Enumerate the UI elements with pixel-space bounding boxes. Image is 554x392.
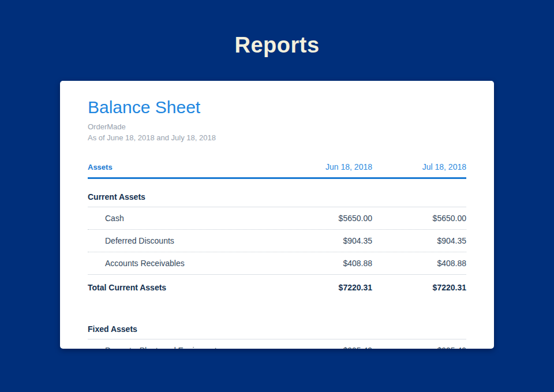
table-row-property-plant-equipment: Property, Plant, and Equipment $995.49 $… <box>88 339 466 349</box>
total-amount-jun: $7220.31 <box>278 283 372 292</box>
row-label: Property, Plant, and Equipment <box>88 346 278 349</box>
report-date-range: As of June 18, 2018 and July 18, 2018 <box>88 133 466 143</box>
column-header-jun-18-2018: Jun 18, 2018 <box>278 162 372 171</box>
report-company-name: OrderMade <box>88 122 466 132</box>
total-amount-jul: $7220.31 <box>372 283 466 292</box>
page-background: Reports Balance Sheet OrderMade As of Ju… <box>0 0 554 392</box>
row-amount-jun: $995.49 <box>278 346 372 349</box>
table-header-row: Assets Jun 18, 2018 Jul 18, 2018 <box>88 162 466 179</box>
table-row-total-current-assets: Total Current Assets $7220.31 $7220.31 <box>88 275 466 300</box>
section-header-current-assets: Current Assets <box>88 179 466 207</box>
column-header-assets: Assets <box>88 163 278 171</box>
row-label: Deferred Discounts <box>88 236 278 245</box>
row-amount-jul: $408.88 <box>372 259 466 268</box>
row-amount-jul: $904.35 <box>372 236 466 245</box>
report-title: Balance Sheet <box>88 97 466 118</box>
balance-sheet-table: Assets Jun 18, 2018 Jul 18, 2018 Current… <box>88 162 466 349</box>
row-amount-jun: $408.88 <box>278 259 372 268</box>
table-row-deferred-discounts: Deferred Discounts $904.35 $904.35 <box>88 230 466 252</box>
table-row-cash: Cash $5650.00 $5650.00 <box>88 207 466 230</box>
page-title: Reports <box>0 33 554 58</box>
balance-sheet-card: Balance Sheet OrderMade As of June 18, 2… <box>60 81 494 349</box>
section-header-fixed-assets: Fixed Assets <box>88 300 466 339</box>
row-label: Cash <box>88 214 278 223</box>
row-amount-jul: $995.49 <box>372 346 466 349</box>
row-amount-jun: $904.35 <box>278 236 372 245</box>
column-header-jul-18-2018: Jul 18, 2018 <box>372 162 466 171</box>
total-label: Total Current Assets <box>88 283 278 292</box>
row-label: Accounts Receivables <box>88 259 278 268</box>
row-amount-jun: $5650.00 <box>278 214 372 223</box>
row-amount-jul: $5650.00 <box>372 214 466 223</box>
table-row-accounts-receivables: Accounts Receivables $408.88 $408.88 <box>88 252 466 275</box>
